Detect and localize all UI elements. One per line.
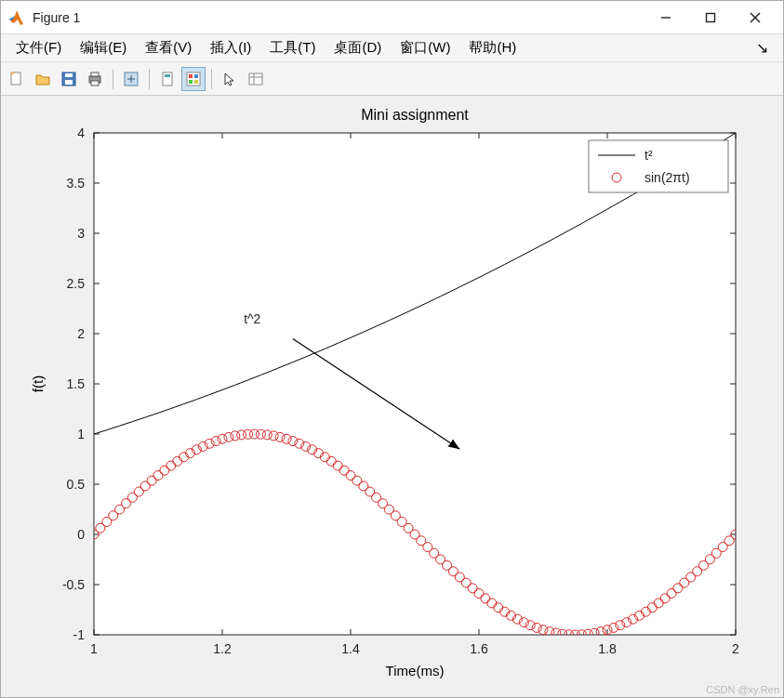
svg-rect-1 xyxy=(707,13,715,21)
color-legend-icon[interactable] xyxy=(181,67,206,91)
minimize-button[interactable] xyxy=(644,1,688,34)
new-file-icon[interactable] xyxy=(5,67,29,91)
svg-text:2: 2 xyxy=(732,641,739,656)
menubar: 文件(F) 编辑(E) 查看(V) 插入(I) 工具(T) 桌面(D) 窗口(W… xyxy=(1,34,783,62)
menu-desktop[interactable]: 桌面(D) xyxy=(325,36,391,59)
menu-help[interactable]: 帮助(H) xyxy=(459,36,525,59)
legend-entry-0: t² xyxy=(644,148,653,163)
maximize-button[interactable] xyxy=(688,1,733,34)
menu-tools[interactable]: 工具(T) xyxy=(260,36,325,59)
matlab-icon xyxy=(7,8,25,27)
svg-rect-25 xyxy=(94,133,736,635)
figure-area[interactable]: 11.21.41.61.82-1-0.500.511.522.533.54Min… xyxy=(1,96,783,697)
link-icon[interactable] xyxy=(155,67,179,91)
menu-dock-icon[interactable]: ↘ xyxy=(747,39,777,57)
data-cursor-icon[interactable] xyxy=(119,67,143,91)
close-button[interactable] xyxy=(733,1,777,34)
toolbar-separator xyxy=(113,69,113,89)
svg-rect-19 xyxy=(194,74,198,78)
svg-text:3.5: 3.5 xyxy=(67,176,86,191)
svg-rect-18 xyxy=(189,74,193,78)
svg-rect-16 xyxy=(165,74,170,77)
svg-text:1: 1 xyxy=(77,427,85,441)
svg-text:2: 2 xyxy=(77,326,85,341)
svg-text:1.8: 1.8 xyxy=(598,641,617,656)
svg-text:2.5: 2.5 xyxy=(67,276,86,291)
print-icon[interactable] xyxy=(83,67,107,91)
svg-text:0.5: 0.5 xyxy=(67,477,86,492)
save-file-icon[interactable] xyxy=(57,67,81,91)
toolbar xyxy=(1,62,783,96)
svg-text:3: 3 xyxy=(77,226,85,241)
legend-entry-1: sin(2πt) xyxy=(644,170,690,185)
menu-view[interactable]: 查看(V) xyxy=(136,36,201,59)
annotation-text: t^2 xyxy=(244,311,260,326)
x-axis-label: Time(ms) xyxy=(386,663,445,678)
svg-text:-0.5: -0.5 xyxy=(62,577,85,592)
svg-rect-11 xyxy=(91,81,99,86)
titlebar: Figure 1 xyxy=(1,1,783,34)
svg-rect-10 xyxy=(91,72,99,76)
window-title: Figure 1 xyxy=(33,10,80,25)
svg-rect-8 xyxy=(65,73,73,77)
open-file-icon[interactable] xyxy=(31,67,55,91)
pointer-icon[interactable] xyxy=(218,67,242,91)
watermark: CSDN @xy.Ren xyxy=(706,684,779,695)
figure-window: Figure 1 文件(F) 编辑(E) 查看(V) 插入(I) 工具(T) 桌… xyxy=(0,0,784,698)
svg-text:0: 0 xyxy=(77,527,85,542)
properties-icon[interactable] xyxy=(244,67,268,91)
menu-file[interactable]: 文件(F) xyxy=(7,36,71,59)
svg-rect-22 xyxy=(249,73,262,85)
svg-text:-1: -1 xyxy=(73,627,86,642)
svg-text:1: 1 xyxy=(90,641,98,656)
svg-text:1.4: 1.4 xyxy=(341,641,360,656)
menu-edit[interactable]: 编辑(E) xyxy=(71,36,136,59)
y-axis-label: f(t) xyxy=(30,375,46,392)
menu-insert[interactable]: 插入(I) xyxy=(201,36,260,59)
svg-text:1.2: 1.2 xyxy=(213,641,232,656)
svg-text:1.5: 1.5 xyxy=(67,376,86,391)
menu-window[interactable]: 窗口(W) xyxy=(391,36,459,59)
svg-rect-7 xyxy=(65,80,73,85)
toolbar-separator xyxy=(149,69,150,89)
chart-title: Mini assignment xyxy=(361,107,469,123)
svg-text:1.6: 1.6 xyxy=(470,641,488,656)
svg-text:4: 4 xyxy=(77,125,85,140)
svg-rect-21 xyxy=(194,80,198,84)
toolbar-separator xyxy=(211,69,212,89)
svg-rect-20 xyxy=(189,80,193,84)
axes[interactable]: 11.21.41.61.82-1-0.500.511.522.533.54Min… xyxy=(1,96,783,697)
